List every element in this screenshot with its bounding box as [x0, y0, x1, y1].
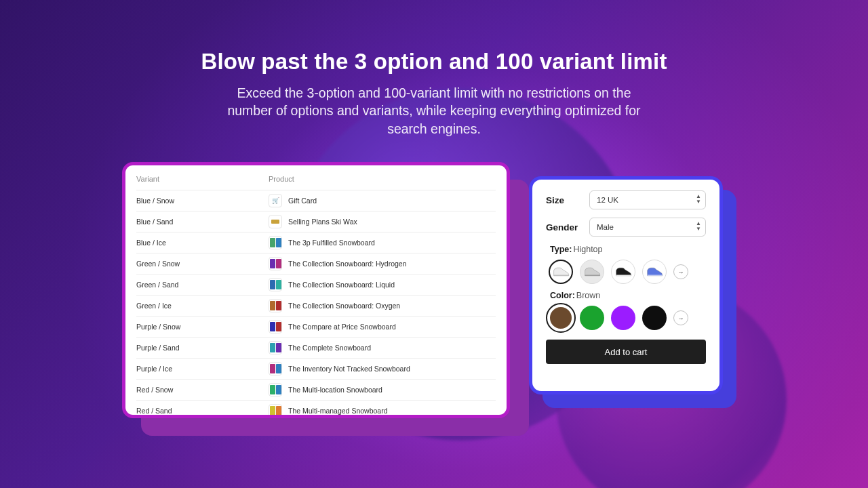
size-select[interactable]: 12 UK ▲▼: [589, 190, 706, 209]
table-row[interactable]: Purple / SnowThe Compare at Price Snowbo…: [136, 316, 496, 337]
product-cell: The Multi-managed Snowboard: [269, 404, 496, 418]
product-thumb-icon: [269, 299, 282, 312]
size-label: Size: [546, 195, 583, 205]
product-name: The 3p Fulfilled Snowboard: [288, 239, 375, 247]
product-cell: The Compare at Price Snowboard: [269, 320, 496, 333]
table-row[interactable]: Purple / IceThe Inventory Not Tracked Sn…: [136, 358, 496, 379]
variant-cell: Green / Ice: [136, 302, 269, 310]
color-swatch-brown[interactable]: [549, 306, 573, 330]
product-thumb-icon: [269, 215, 282, 228]
variant-cell: Blue / Snow: [136, 197, 269, 205]
table-row[interactable]: Red / SandThe Multi-managed Snowboard: [136, 400, 496, 418]
variant-cell: Blue / Ice: [136, 239, 269, 247]
product-options-panel: Size 12 UK ▲▼ Gender Male ▲▼ Type:Highto…: [529, 176, 723, 394]
product-thumb-icon: 🛒: [269, 194, 282, 207]
type-swatch-lowtop-black[interactable]: [611, 260, 635, 284]
product-name: The Compare at Price Snowboard: [288, 323, 396, 331]
type-swatch-hightop-blue[interactable]: [642, 260, 667, 284]
hero-subtitle: Exceed the 3-option and 100-variant limi…: [217, 84, 651, 138]
type-next-arrow-icon[interactable]: →: [673, 264, 688, 279]
table-row[interactable]: Purple / SandThe Complete Snowboard: [136, 337, 496, 358]
product-name: The Collection Snowboard: Hydrogen: [288, 260, 407, 268]
color-swatch-green[interactable]: [580, 306, 604, 330]
add-to-cart-label: Add to cart: [605, 347, 648, 357]
product-name: The Collection Snowboard: Oxygen: [288, 302, 400, 310]
variant-cell: Purple / Snow: [136, 323, 269, 331]
variants-panel: Variant Product Blue / Snow🛒Gift CardBlu…: [122, 162, 510, 418]
product-cell: The Complete Snowboard: [269, 341, 496, 354]
table-row[interactable]: Green / IceThe Collection Snowboard: Oxy…: [136, 295, 496, 316]
table-header: Variant Product: [136, 175, 496, 190]
product-thumb-icon: [269, 341, 282, 354]
product-name: Gift Card: [288, 197, 317, 205]
product-thumb-icon: [269, 320, 282, 333]
color-swatch-black[interactable]: [642, 306, 667, 330]
product-cell: The 3p Fulfilled Snowboard: [269, 236, 496, 249]
variant-cell: Blue / Sand: [136, 218, 269, 226]
product-name: Selling Plans Ski Wax: [288, 218, 357, 226]
product-thumb-icon: [269, 236, 282, 249]
product-thumb-icon: [269, 278, 282, 291]
column-header-product: Product: [269, 175, 496, 183]
product-thumb-icon: [269, 362, 282, 375]
hero-text: Blow past the 3 option and 100 variant l…: [0, 49, 868, 138]
gender-label: Gender: [546, 222, 583, 232]
table-row[interactable]: Blue / Snow🛒Gift Card: [136, 190, 496, 211]
product-cell: The Inventory Not Tracked Snowboard: [269, 362, 496, 375]
color-swatch-purple[interactable]: [611, 306, 635, 330]
product-cell: 🛒Gift Card: [269, 194, 496, 207]
product-thumb-icon: [269, 383, 282, 396]
hero-title: Blow past the 3 option and 100 variant l…: [0, 49, 868, 75]
variant-cell: Green / Snow: [136, 260, 269, 268]
product-cell: The Collection Snowboard: Liquid: [269, 278, 496, 291]
variant-cell: Purple / Sand: [136, 344, 269, 352]
product-name: The Collection Snowboard: Liquid: [288, 281, 395, 289]
type-heading: Type:Hightop: [550, 245, 706, 254]
variant-cell: Red / Sand: [136, 407, 269, 415]
select-arrows-icon: ▲▼: [696, 194, 701, 205]
product-name: The Complete Snowboard: [288, 344, 371, 352]
product-cell: The Multi-location Snowboard: [269, 383, 496, 396]
variant-cell: Green / Sand: [136, 281, 269, 289]
size-select-value: 12 UK: [597, 196, 618, 204]
table-row[interactable]: Green / SnowThe Collection Snowboard: Hy…: [136, 253, 496, 274]
column-header-variant: Variant: [136, 175, 269, 183]
product-cell: Selling Plans Ski Wax: [269, 215, 496, 228]
variant-cell: Red / Snow: [136, 386, 269, 394]
product-thumb-icon: [269, 404, 282, 418]
gender-select[interactable]: Male ▲▼: [589, 218, 706, 237]
type-swatch-hightop-grey[interactable]: [580, 260, 604, 284]
table-row[interactable]: Blue / IceThe 3p Fulfilled Snowboard: [136, 232, 496, 253]
type-swatch-hightop-white[interactable]: [549, 260, 573, 284]
product-cell: The Collection Snowboard: Oxygen: [269, 299, 496, 312]
product-thumb-icon: [269, 257, 282, 270]
color-next-arrow-icon[interactable]: →: [673, 310, 688, 325]
product-cell: The Collection Snowboard: Hydrogen: [269, 257, 496, 270]
add-to-cart-button[interactable]: Add to cart: [546, 340, 706, 364]
table-row[interactable]: Red / SnowThe Multi-location Snowboard: [136, 379, 496, 400]
product-name: The Multi-location Snowboard: [288, 386, 382, 394]
table-row[interactable]: Blue / SandSelling Plans Ski Wax: [136, 211, 496, 232]
product-name: The Multi-managed Snowboard: [288, 407, 388, 415]
select-arrows-icon: ▲▼: [696, 221, 701, 232]
gender-select-value: Male: [597, 223, 614, 231]
variant-cell: Purple / Ice: [136, 365, 269, 373]
table-row[interactable]: Green / SandThe Collection Snowboard: Li…: [136, 274, 496, 295]
product-name: The Inventory Not Tracked Snowboard: [288, 365, 410, 373]
color-heading: Color:Brown: [550, 291, 706, 300]
